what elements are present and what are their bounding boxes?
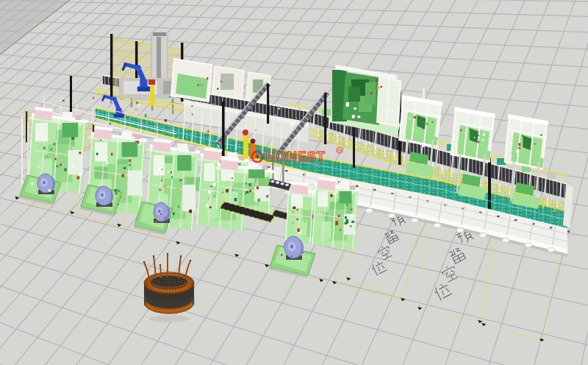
svg-text:HONEST: HONEST (266, 149, 326, 164)
svg-text:R: R (337, 148, 341, 153)
